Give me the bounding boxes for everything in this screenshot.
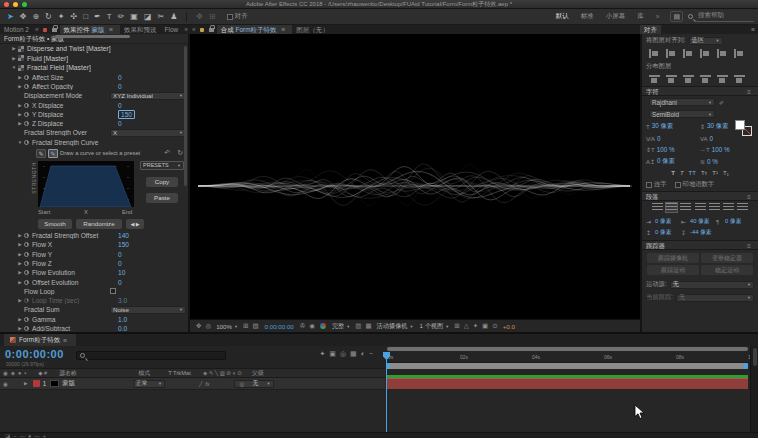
time-ruler[interactable]: 0s02s04s06s08s10s xyxy=(385,352,750,363)
tab-effects-presets[interactable]: 效果和预设 xyxy=(120,25,161,34)
copy-button[interactable]: Copy xyxy=(146,177,178,187)
kerning-value[interactable]: 0 xyxy=(657,135,661,142)
font-size-field[interactable]: T30 像素 xyxy=(646,122,700,131)
presets-dropdown[interactable]: PRESETS ▼ xyxy=(140,161,184,170)
twirl-icon[interactable]: ▶ xyxy=(16,112,24,117)
align-to-dropdown[interactable]: 选区▼ xyxy=(689,37,723,45)
region-of-interest-icon[interactable]: ▥ xyxy=(355,322,361,330)
viewer-timecode[interactable]: 0:00:00:00 xyxy=(265,323,294,330)
font-family-dropdown[interactable]: Rajdhani▼ xyxy=(649,98,715,106)
graph-editor-icon[interactable]: ~ xyxy=(369,350,377,357)
subscript-button[interactable]: T₁ xyxy=(723,170,729,176)
justify-all-icon[interactable] xyxy=(737,203,748,212)
horizontal-scrollbar[interactable] xyxy=(55,35,130,38)
mask-visibility-icon[interactable]: ▧ xyxy=(252,322,258,330)
justify-last-right-icon[interactable] xyxy=(723,203,734,212)
align-text-left-icon[interactable] xyxy=(652,203,663,212)
eyedropper-icon[interactable]: ✐ xyxy=(719,99,724,106)
undo-icon[interactable]: ↶ xyxy=(164,149,170,157)
workspace-button[interactable]: 库 xyxy=(637,12,644,19)
align-right-icon[interactable] xyxy=(683,49,694,58)
twirl-icon[interactable]: ▶ xyxy=(16,103,24,108)
composition-stage[interactable] xyxy=(190,34,640,319)
horizontal-scale-field[interactable]: ⇔T100 % xyxy=(700,146,754,153)
param-value[interactable]: 0 xyxy=(118,251,122,258)
search-help-field[interactable]: 搜索帮助 xyxy=(696,11,754,22)
tab-scroll-chevron-icon[interactable]: « xyxy=(190,26,198,33)
randomize-button[interactable]: Randomize xyxy=(76,219,122,229)
stopwatch-icon[interactable] xyxy=(24,242,29,247)
stopwatch-icon[interactable] xyxy=(24,121,29,126)
align-text-center-icon[interactable] xyxy=(666,203,677,212)
faux-bold-button[interactable]: T xyxy=(671,170,675,176)
fill-stroke-swatches[interactable] xyxy=(735,120,755,138)
justify-last-center-icon[interactable] xyxy=(709,203,720,212)
camera-tool-icon[interactable]: ✦ xyxy=(58,9,65,25)
timeline-vertical-scrollbar[interactable] xyxy=(750,346,758,432)
param-dropdown[interactable]: X▼ xyxy=(110,129,186,137)
param-value[interactable]: 150 xyxy=(118,241,129,248)
twirl-icon[interactable]: ▶ xyxy=(16,252,24,257)
mode-column[interactable]: 模式 xyxy=(139,369,151,378)
resolution-dropdown[interactable]: 完整▼ xyxy=(332,322,350,331)
flowchart-icon[interactable]: ▣ xyxy=(482,322,488,330)
paste-button[interactable]: Paste xyxy=(146,193,178,203)
rotation-tool-icon[interactable]: ↻ xyxy=(45,9,52,25)
panel-menu-icon[interactable]: ≡ xyxy=(278,26,288,33)
tab-layer[interactable]: 图层（无） xyxy=(292,25,333,34)
stopwatch-icon[interactable] xyxy=(24,140,29,145)
paragraph-field[interactable]: ¶0 像素 xyxy=(716,217,751,226)
stopwatch-icon[interactable] xyxy=(24,252,29,257)
hide-shy-layers-icon[interactable]: ◎ xyxy=(340,350,350,357)
transparency-grid-icon[interactable]: ▦ xyxy=(365,322,371,330)
effect-group-row[interactable]: ▼Fractal Field [Master] xyxy=(0,63,188,73)
tracker-button[interactable]: 稳定运动 xyxy=(701,265,753,275)
distribute-right-icon[interactable] xyxy=(734,75,745,84)
trkmat-column[interactable]: T TrkMat xyxy=(168,370,191,376)
axis-mode-icon[interactable]: ✥ xyxy=(196,12,203,21)
panel-menu-icon[interactable]: ≡ xyxy=(106,26,116,33)
tab-effect-controls[interactable]: 效果控件 蒙版 ≡ xyxy=(60,25,120,34)
work-area-bar[interactable] xyxy=(386,363,748,369)
zoom-in-icon[interactable]: + xyxy=(43,433,49,438)
parent-dropdown[interactable]: ◎无▼ xyxy=(234,380,274,388)
toggle-switches-icon[interactable]: ◪ xyxy=(5,433,13,438)
font-size-value[interactable]: 30 像素 xyxy=(652,122,673,131)
show-channel-icon[interactable] xyxy=(320,323,326,329)
clone-stamp-tool-icon[interactable]: ▣ xyxy=(130,9,138,25)
param-value[interactable]: 0.0 xyxy=(118,325,127,332)
quality-switch-icon[interactable]: ╱ xyxy=(199,381,202,387)
distribute-top-icon[interactable] xyxy=(649,75,660,84)
time-navigator-bar[interactable] xyxy=(387,347,748,351)
paragraph-field[interactable]: ↧-44 像素 xyxy=(681,228,716,237)
param-value[interactable]: 0 xyxy=(118,260,122,267)
tracking-value[interactable]: 0 xyxy=(710,135,714,142)
tab-scroll-chevron-icon[interactable]: « xyxy=(33,26,41,33)
hindi-digits-checkbox[interactable] xyxy=(675,182,681,188)
workspace-overflow-chevron[interactable]: » xyxy=(656,13,660,20)
roto-brush-tool-icon[interactable]: ✂ xyxy=(157,9,164,25)
pickwhip-icon[interactable]: ◎ xyxy=(240,381,245,387)
always-preview-icon[interactable]: ✥ xyxy=(196,322,201,330)
vertical-scale-value[interactable]: 100 % xyxy=(657,146,675,153)
justify-last-left-icon[interactable] xyxy=(695,203,706,212)
curve-canvas[interactable] xyxy=(38,161,134,207)
param-value[interactable]: 150 xyxy=(118,110,135,119)
paragraph-field[interactable]: ⇤40 像素 xyxy=(681,217,716,226)
stopwatch-icon[interactable] xyxy=(24,112,29,117)
distribute-v-center-icon[interactable] xyxy=(666,75,677,84)
tracker-button[interactable]: 变形稳定器 xyxy=(701,253,753,263)
stopwatch-icon[interactable] xyxy=(24,84,29,89)
twirl-icon[interactable]: ▼ xyxy=(10,65,18,70)
brush-tool-icon[interactable]: ✏ xyxy=(118,9,125,25)
parent-column[interactable]: 父级 xyxy=(252,369,264,378)
motion-source-dropdown[interactable]: 无▼ xyxy=(670,281,754,289)
paragraph-field[interactable]: ⇥0 像素 xyxy=(646,217,681,226)
camera-view-dropdown[interactable]: 活动摄像机▼ xyxy=(377,322,414,331)
smooth-button[interactable]: Smooth xyxy=(38,219,72,229)
zoom-slider[interactable]: —●— xyxy=(19,433,42,438)
align-top-icon[interactable] xyxy=(700,49,711,58)
tab-align[interactable]: 对齐 xyxy=(640,25,661,34)
panel-menu-icon[interactable]: ≡ xyxy=(744,87,754,95)
twirl-icon[interactable]: ▶ xyxy=(16,261,24,266)
